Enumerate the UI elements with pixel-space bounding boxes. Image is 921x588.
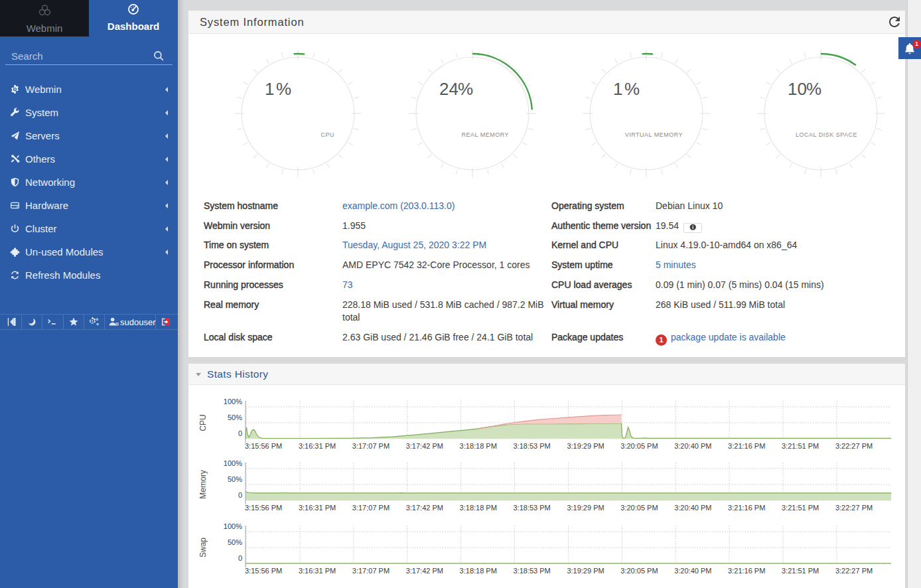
svg-text:Memory: Memory bbox=[198, 470, 208, 498]
svg-text:3:21:51 PM: 3:21:51 PM bbox=[782, 504, 819, 512]
svg-text:3:15:56 PM: 3:15:56 PM bbox=[245, 567, 282, 575]
svg-text:3:22:27 PM: 3:22:27 PM bbox=[835, 442, 873, 450]
svg-text:3:17:42 PM: 3:17:42 PM bbox=[406, 504, 443, 512]
svg-text:50%: 50% bbox=[228, 413, 242, 421]
svg-text:100%: 100% bbox=[224, 459, 242, 467]
svg-text:REAL MEMORY: REAL MEMORY bbox=[461, 131, 509, 138]
svg-text:3:16:31 PM: 3:16:31 PM bbox=[299, 504, 336, 512]
svg-text:3:16:31 PM: 3:16:31 PM bbox=[299, 567, 336, 575]
svg-text:3:19:29 PM: 3:19:29 PM bbox=[567, 567, 604, 575]
svg-text:3:17:42 PM: 3:17:42 PM bbox=[406, 567, 443, 575]
svg-text:3:20:40 PM: 3:20:40 PM bbox=[674, 504, 711, 512]
svg-text:3:21:16 PM: 3:21:16 PM bbox=[728, 504, 765, 512]
svg-text:3:19:29 PM: 3:19:29 PM bbox=[567, 442, 604, 450]
svg-text:3:18:53 PM: 3:18:53 PM bbox=[514, 442, 551, 450]
svg-text:1%: 1% bbox=[265, 79, 291, 99]
svg-text:3:20:05 PM: 3:20:05 PM bbox=[620, 504, 658, 512]
svg-text:3:21:16 PM: 3:21:16 PM bbox=[728, 567, 765, 575]
svg-text:0: 0 bbox=[238, 491, 242, 499]
svg-text:100%: 100% bbox=[224, 522, 242, 530]
svg-text:LOCAL DISK SPACE: LOCAL DISK SPACE bbox=[795, 131, 857, 138]
svg-text:1%: 1% bbox=[613, 79, 640, 99]
svg-text:CPU: CPU bbox=[320, 131, 334, 138]
svg-text:3:20:40 PM: 3:20:40 PM bbox=[674, 442, 711, 450]
svg-text:3:18:18 PM: 3:18:18 PM bbox=[460, 442, 497, 450]
svg-text:50%: 50% bbox=[228, 475, 242, 483]
svg-text:3:18:18 PM: 3:18:18 PM bbox=[460, 567, 497, 575]
svg-text:3:15:56 PM: 3:15:56 PM bbox=[245, 504, 282, 512]
svg-text:3:18:53 PM: 3:18:53 PM bbox=[514, 567, 551, 575]
svg-text:10%: 10% bbox=[788, 79, 821, 99]
svg-text:3:18:18 PM: 3:18:18 PM bbox=[460, 504, 497, 512]
svg-text:3:17:42 PM: 3:17:42 PM bbox=[406, 442, 443, 450]
svg-text:3:18:53 PM: 3:18:53 PM bbox=[514, 504, 551, 512]
svg-text:3:17:07 PM: 3:17:07 PM bbox=[352, 442, 390, 450]
svg-text:3:21:16 PM: 3:21:16 PM bbox=[728, 442, 765, 450]
svg-text:100%: 100% bbox=[224, 398, 242, 405]
svg-text:3:16:31 PM: 3:16:31 PM bbox=[299, 442, 336, 450]
svg-text:3:19:29 PM: 3:19:29 PM bbox=[567, 504, 604, 512]
svg-text:Swap: Swap bbox=[198, 538, 208, 557]
svg-text:3:22:27 PM: 3:22:27 PM bbox=[835, 567, 873, 575]
svg-text:3:20:05 PM: 3:20:05 PM bbox=[620, 567, 658, 575]
svg-text:3:17:07 PM: 3:17:07 PM bbox=[352, 504, 390, 512]
svg-text:3:20:40 PM: 3:20:40 PM bbox=[674, 567, 711, 575]
svg-text:0: 0 bbox=[238, 554, 242, 562]
svg-text:3:22:27 PM: 3:22:27 PM bbox=[835, 504, 873, 512]
svg-text:3:20:05 PM: 3:20:05 PM bbox=[620, 442, 658, 450]
svg-text:3:21:51 PM: 3:21:51 PM bbox=[782, 442, 819, 450]
svg-text:50%: 50% bbox=[228, 538, 242, 546]
svg-text:VIRTUAL MEMORY: VIRTUAL MEMORY bbox=[625, 131, 683, 138]
svg-text:3:15:56 PM: 3:15:56 PM bbox=[245, 442, 282, 450]
svg-text:CPU: CPU bbox=[198, 414, 208, 431]
svg-text:3:17:07 PM: 3:17:07 PM bbox=[352, 567, 390, 575]
svg-text:0: 0 bbox=[238, 429, 242, 437]
svg-text:3:21:51 PM: 3:21:51 PM bbox=[782, 567, 819, 575]
svg-text:24%: 24% bbox=[439, 79, 473, 99]
